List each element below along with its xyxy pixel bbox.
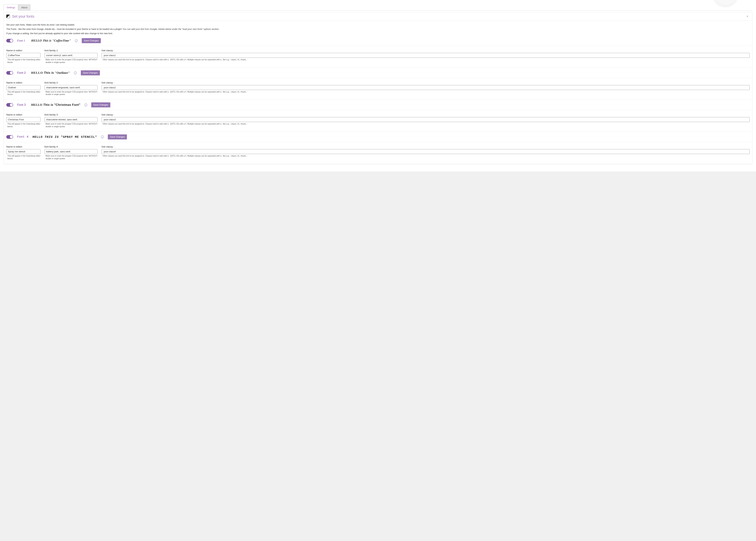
font-2-toggle[interactable] [6,71,13,75]
font-4-label: Font 4 [17,135,29,139]
font-4-preview: HELLO This is "Spray me stencil" [33,135,97,139]
intro-line-2: The Fonts - like the ones from Googe, Ad… [6,27,750,32]
font-family-1-label: font-family 1: [44,49,98,52]
name-help: This will appear in the Gutenberg editor… [6,123,41,128]
info-icon[interactable]: i [74,71,77,74]
get-classy-label: Get classy : [102,145,750,148]
font-4-preview-hello: HELLO [33,135,43,139]
intro-line-2b: You can add your link from Google, Adobe… [123,28,220,30]
font-1-preview: HELLO This is "CoffeeTime" [31,39,71,42]
family-help: Make sure to enter the propper CSS prope… [44,91,98,96]
info-icon[interactable]: i [101,136,104,138]
font-2-label: Font 2 [17,71,27,75]
font-3-name-input[interactable] [6,117,41,122]
font-1-label: Font 1 [17,39,27,42]
font-1-body: Name in editor: This will appear in the … [4,46,752,68]
panel-header: Set your fonts × [4,12,752,21]
name-help: This will appear in the Gutenberg editor… [6,58,41,64]
family-help: Make sure to enter the propper CSS prope… [44,155,98,160]
font-1-preview-name: "CoffeeTime" [52,39,71,42]
font-2-header: Font 2 HELLO This is "Outliner" i Save C… [4,68,752,78]
font-3-preview-hello: HELLO [31,103,42,107]
font-3-preview-name: "Christmas Font" [54,103,80,107]
tabs: Settings About [4,0,752,11]
font-block-2: Font 2 HELLO This is "Outliner" i Save C… [4,68,752,100]
font-2-preview: HELLO This is "Outliner" [31,71,70,75]
font-3-classy-input[interactable] [102,117,750,122]
font-4-preview-name: "Spray me stencil" [61,135,97,139]
font-3-preview-thisis: This is [43,103,53,107]
tab-settings[interactable]: Settings [4,4,18,11]
font-family-3-label: font-family 3: [44,113,98,116]
close-icon[interactable]: × [745,14,750,19]
classy-help: Other classes you want this font to be a… [102,91,750,93]
name-help: This will appear in the Gutenberg editor… [6,91,41,96]
font-2-body: Name in editor: This will appear in the … [4,78,752,100]
panel-title: Set your fonts [12,14,745,19]
name-in-editor-label: Name in editor: [6,145,41,148]
font-1-classy-input[interactable] [102,53,750,58]
name-in-editor-label: Name in editor: [6,81,41,84]
font-2-preview-thisis: This is [44,71,54,75]
intro-line-1: Set your own fonts. Make sure the fonts … [6,23,750,27]
font-3-toggle[interactable] [6,103,13,107]
info-icon[interactable]: i [75,39,78,42]
font-family-2-label: font-family 2: [44,81,98,84]
font-1-name-input[interactable] [6,53,41,58]
save-changes-button-3[interactable]: Save Changes [91,102,110,107]
font-1-preview-hello: HELLO [31,39,42,42]
info-icon[interactable]: i [84,104,87,106]
tab-about[interactable]: About [18,4,30,11]
font-1-header: Font 1 HELLO This is "CoffeeTime" i Save… [4,36,752,46]
font-4-classy-input[interactable] [102,149,750,154]
font-block-1: Font 1 HELLO This is "CoffeeTime" i Save… [4,36,752,68]
font-4-header: Font 4 HELLO This is "Spray me stencil" … [4,132,752,142]
font-3-body: Name in editor: This will appear in the … [4,110,752,132]
get-classy-label: Get classy : [102,49,750,52]
font-2-preview-hello: HELLO [31,71,43,75]
font-block-4: Font 4 HELLO This is "Spray me stencil" … [4,132,752,164]
save-changes-button-4[interactable]: Save Changes [108,134,127,140]
font-1-family-input[interactable] [44,53,98,58]
name-in-editor-label: Name in editor: [6,49,41,52]
font-2-family-input[interactable] [44,85,98,90]
get-classy-label: Get classy : [102,113,750,116]
font-3-label: Font 3 [17,103,27,107]
set-your-fonts-panel: Set your fonts × Set your own fonts. Mak… [4,12,752,164]
intro-text: Set your own fonts. Make sure the fonts … [4,21,752,36]
font-3-family-input[interactable] [44,117,98,122]
intro-line-3: If you change a setting, the font you've… [6,32,750,36]
family-help: Make sure to enter the propper CSS prope… [44,123,98,128]
font-3-preview: HELLO This is "Christmas Font" [31,103,80,107]
font-2-preview-name: "Outliner" [55,71,70,75]
font-block-3: Font 3 HELLO This is "Christmas Font" i … [4,100,752,132]
classy-help: Other classes you want this font to be a… [102,58,750,61]
save-changes-button-2[interactable]: Save Changes [81,70,100,75]
font-3-header: Font 3 HELLO This is "Christmas Font" i … [4,100,752,110]
font-2-classy-input[interactable] [102,85,750,90]
font-4-name-input[interactable] [6,149,41,154]
font-2-name-input[interactable] [6,85,41,90]
font-1-preview-thisis: This is [42,39,52,42]
font-1-toggle[interactable] [6,39,13,42]
classy-help: Other classes you want this font to be a… [102,123,750,125]
intro-line-2a: The Fonts - like the ones from Googe, Ad… [6,28,123,30]
plugin-logo-icon [6,15,10,18]
font-4-body: Name in editor: This will appear in the … [4,142,752,164]
name-in-editor-label: Name in editor: [6,113,41,116]
font-4-preview-thisis: This is [45,135,59,139]
font-4-family-input[interactable] [44,149,98,154]
classy-help: Other classes you want this font to be a… [102,155,750,157]
get-classy-label: Get classy : [102,81,750,84]
save-changes-button-1[interactable]: Save Changes [82,38,101,43]
name-help: This will appear in the Gutenberg editor… [6,155,41,160]
font-4-toggle[interactable] [6,135,13,139]
family-help: Make sure to enter the propper CSS prope… [44,58,98,64]
font-family-4-label: font-family 4: [44,145,98,148]
